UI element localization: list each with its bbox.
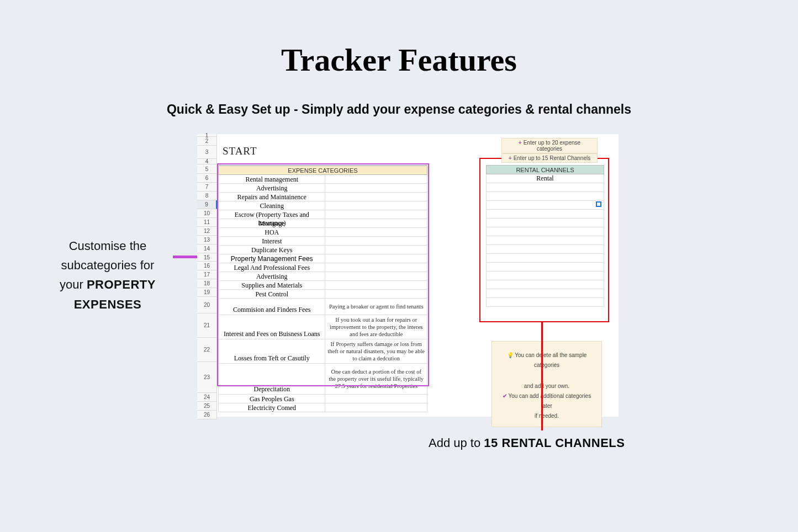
rental-row[interactable]: [486, 236, 604, 245]
expense-row[interactable]: Commision and Finders FeesPaying a broak…: [218, 299, 427, 315]
rental-row[interactable]: [486, 201, 604, 210]
expense-row[interactable]: Cleaning: [218, 201, 427, 210]
expense-name-cell[interactable]: Escrow (Property Taxes and Insurance): [219, 210, 325, 219]
expense-row[interactable]: Interest and Fees on Buisness LoansIf yo…: [218, 315, 427, 339]
rental-row[interactable]: [486, 192, 604, 201]
rental-row[interactable]: [486, 272, 604, 280]
expense-row[interactable]: Losses from Teft or CasutilyIf Property …: [218, 339, 427, 364]
expense-row[interactable]: Advertising: [218, 184, 427, 193]
row-number[interactable]: 18: [197, 279, 217, 288]
expense-desc-cell[interactable]: [325, 175, 427, 183]
expense-row[interactable]: Supplies and Materials: [218, 281, 427, 290]
expense-desc-cell[interactable]: If Property suffers damage or loss from …: [325, 339, 427, 363]
row-number[interactable]: 13: [197, 236, 217, 244]
expense-row[interactable]: Pest Control: [218, 290, 427, 299]
rental-row[interactable]: [486, 183, 604, 192]
row-number[interactable]: 2: [197, 137, 217, 146]
expense-row[interactable]: HOA: [218, 228, 427, 237]
row-number[interactable]: 6: [197, 174, 217, 183]
row-number[interactable]: 9: [197, 200, 217, 209]
expense-desc-cell[interactable]: [325, 395, 427, 403]
expense-desc-cell[interactable]: [325, 219, 427, 227]
expense-row[interactable]: Gas Peoples Gas: [218, 395, 427, 403]
expense-row[interactable]: Property Management Fees: [218, 254, 427, 263]
row-number[interactable]: 21: [197, 313, 217, 338]
rental-row[interactable]: [486, 263, 604, 272]
expense-desc-cell[interactable]: If you took out a loan for repairs or im…: [325, 315, 427, 339]
expense-desc-cell[interactable]: [325, 272, 427, 280]
rental-row[interactable]: [486, 227, 604, 236]
expense-name-cell[interactable]: Rental management: [219, 175, 325, 183]
row-number[interactable]: 23: [197, 362, 217, 393]
expense-name-cell[interactable]: Losses from Teft or Casutily: [219, 339, 325, 363]
expense-name-cell[interactable]: Interest and Fees on Buisness Loans: [219, 315, 325, 339]
rental-row[interactable]: [486, 280, 604, 289]
expense-name-cell[interactable]: Electricity Comed: [219, 403, 325, 412]
rental-row[interactable]: [486, 289, 604, 298]
expense-name-cell[interactable]: Advertising: [219, 272, 325, 280]
expense-name-cell[interactable]: Commision and Finders Fees: [219, 299, 325, 315]
row-number[interactable]: 5: [197, 164, 217, 174]
rental-row[interactable]: [486, 210, 604, 219]
expense-row[interactable]: Interest: [218, 237, 427, 246]
row-number[interactable]: 16: [197, 262, 217, 270]
expense-desc-cell[interactable]: [325, 228, 427, 236]
expense-name-cell[interactable]: HOA: [219, 228, 325, 236]
expense-row[interactable]: Mortgage: [218, 219, 427, 228]
expense-desc-cell[interactable]: [325, 403, 427, 412]
expense-name-cell[interactable]: Deprecitation: [219, 364, 325, 394]
expense-row[interactable]: Rental management: [218, 175, 427, 184]
expense-row[interactable]: Duplicate Keys: [218, 246, 427, 254]
expense-row[interactable]: Electricity Comed: [218, 403, 427, 412]
expense-desc-cell[interactable]: [325, 246, 427, 254]
expense-name-cell[interactable]: Interest: [219, 237, 325, 245]
expense-row[interactable]: Advertising: [218, 272, 427, 281]
expense-desc-cell[interactable]: [325, 281, 427, 289]
expense-desc-cell[interactable]: [325, 254, 427, 263]
expense-name-cell[interactable]: Advertising: [219, 184, 325, 192]
expense-categories-table[interactable]: EXPENSE CATEGORIES Rental managementAdve…: [218, 165, 427, 412]
expense-desc-cell[interactable]: [325, 201, 427, 210]
expense-row[interactable]: Legal And Professional Fees: [218, 263, 427, 272]
expense-name-cell[interactable]: Supplies and Materials: [219, 281, 325, 289]
row-number[interactable]: 8: [197, 191, 217, 200]
row-number[interactable]: 12: [197, 227, 217, 236]
expense-desc-cell[interactable]: [325, 210, 427, 219]
expense-desc-cell[interactable]: [325, 263, 427, 272]
expense-name-cell[interactable]: Property Management Fees: [219, 254, 325, 263]
row-number[interactable]: 10: [197, 209, 217, 218]
row-number[interactable]: 22: [197, 338, 217, 362]
expense-row[interactable]: DeprecitationOne can deduct a portion of…: [218, 364, 427, 395]
expense-desc-cell[interactable]: One can deduct a portion of the cost of …: [325, 364, 427, 394]
row-number[interactable]: 3: [197, 146, 217, 159]
expense-name-cell[interactable]: Cleaning: [219, 201, 325, 210]
row-number[interactable]: 26: [197, 411, 217, 419]
expense-desc-cell[interactable]: [325, 237, 427, 245]
row-number[interactable]: 7: [197, 183, 217, 191]
row-number[interactable]: 24: [197, 393, 217, 402]
rental-row[interactable]: [486, 298, 604, 307]
row-number[interactable]: 14: [197, 244, 217, 253]
rental-channels-table[interactable]: RENTAL CHANNELS Rental: [486, 165, 604, 307]
row-number[interactable]: 4: [197, 159, 217, 164]
row-number[interactable]: 25: [197, 402, 217, 411]
expense-row[interactable]: Escrow (Property Taxes and Insurance): [218, 210, 427, 219]
row-number[interactable]: 17: [197, 270, 217, 279]
expense-desc-cell[interactable]: Paying a broaker or agent to find tenant…: [325, 299, 427, 315]
expense-name-cell[interactable]: Gas Peoples Gas: [219, 395, 325, 403]
rental-row[interactable]: [486, 245, 604, 254]
row-number[interactable]: 20: [197, 297, 217, 313]
expense-name-cell[interactable]: Legal And Professional Fees: [219, 263, 325, 272]
row-number[interactable]: 19: [197, 288, 217, 297]
expense-desc-cell[interactable]: [325, 184, 427, 192]
row-number[interactable]: 15: [197, 253, 217, 262]
rental-row[interactable]: Rental: [486, 174, 604, 183]
expense-row[interactable]: Repairs and Maintainence: [218, 193, 427, 201]
expense-name-cell[interactable]: Pest Control: [219, 290, 325, 298]
expense-desc-cell[interactable]: [325, 193, 427, 201]
expense-name-cell[interactable]: Duplicate Keys: [219, 246, 325, 254]
expense-name-cell[interactable]: Repairs and Maintainence: [219, 193, 325, 201]
row-number[interactable]: 11: [197, 218, 217, 227]
rental-row[interactable]: [486, 219, 604, 227]
rental-row[interactable]: [486, 254, 604, 263]
